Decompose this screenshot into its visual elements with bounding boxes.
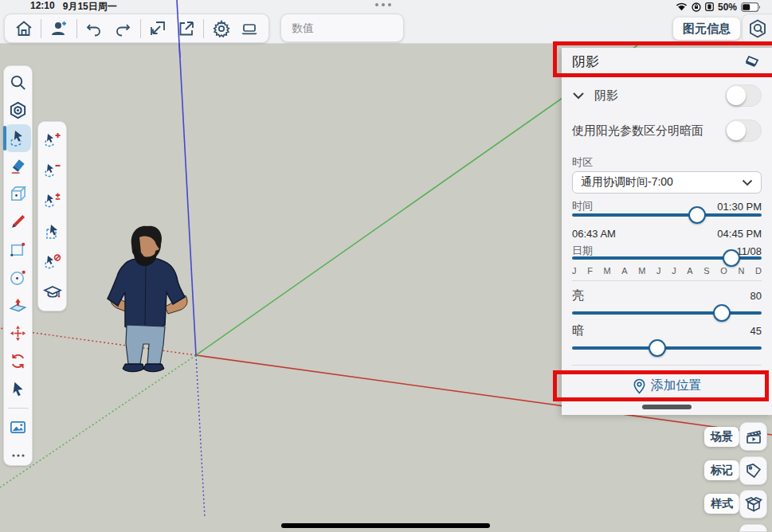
sun-params-toggle[interactable]: [725, 119, 762, 142]
date-slider[interactable]: [572, 249, 762, 267]
month-tick: M: [603, 266, 610, 276]
undo-button[interactable]: [80, 17, 108, 41]
home-button[interactable]: [10, 17, 37, 41]
lasso-deselect-button[interactable]: [39, 248, 65, 276]
push-pull-tool-button[interactable]: [5, 291, 31, 319]
lasso-subtract-icon: [43, 161, 62, 180]
lasso-select-tool-button[interactable]: [5, 124, 31, 152]
shadow-toggle[interactable]: [725, 84, 762, 107]
entity-info-icon: [747, 18, 768, 39]
settings-gear-icon: [212, 19, 231, 38]
zoom-tool-button[interactable]: [5, 68, 31, 96]
selection-flyout: [37, 121, 67, 311]
redo-button[interactable]: [108, 17, 136, 41]
month-tick: S: [703, 266, 709, 276]
panel-title: 阴影: [572, 53, 599, 71]
panel-drag-handle[interactable]: [642, 405, 692, 409]
lasso-deselect-icon: [43, 252, 62, 272]
battery-percent: 50%: [718, 2, 737, 13]
chevron-down-icon[interactable]: [572, 92, 585, 100]
entity-info-label: 图元信息: [673, 18, 740, 40]
toolbar-divider: [8, 408, 29, 409]
marquee-select-button[interactable]: [39, 217, 65, 245]
month-tick: D: [755, 266, 762, 276]
chevron-down-icon: [742, 179, 753, 186]
tool-palette: [3, 65, 33, 466]
lasso-select-icon: [9, 129, 28, 148]
select-tool-button[interactable]: [5, 375, 31, 403]
rotate-tool-button[interactable]: [5, 347, 31, 375]
import-button[interactable]: [143, 17, 171, 41]
dark-slider-knob[interactable]: [649, 339, 666, 357]
scale-figure-person[interactable]: [90, 224, 210, 374]
orientation-lock-icon: [692, 2, 701, 12]
eraser-tool-button[interactable]: [5, 152, 31, 180]
month-tick: A: [687, 266, 692, 276]
measurement-input[interactable]: [281, 14, 403, 41]
tags-button[interactable]: [739, 456, 767, 485]
sun-params-row: 使用阳光参数区分明暗面: [572, 119, 762, 142]
export-button[interactable]: [172, 17, 200, 41]
add-location-button[interactable]: 添加位置: [572, 370, 762, 401]
styles-label: 样式: [704, 494, 739, 514]
redo-icon: [113, 19, 132, 38]
search-icon: [9, 73, 27, 92]
lasso-toggle-button[interactable]: [39, 187, 65, 215]
styles-icon: [744, 495, 763, 514]
more-tools-button[interactable]: [5, 441, 31, 469]
move-tool-button[interactable]: [5, 319, 31, 347]
eraser-icon: [9, 157, 27, 175]
timezone-label: 时区: [572, 156, 593, 168]
laptop-icon: [240, 19, 259, 38]
device-button[interactable]: [236, 17, 264, 41]
month-tick: M: [638, 266, 645, 276]
styles-button[interactable]: [739, 490, 767, 518]
light-slider-knob[interactable]: [713, 304, 731, 322]
pencil-tool-button[interactable]: [5, 208, 31, 236]
home-indicator[interactable]: [281, 523, 490, 528]
shadows-panel: 阴影 阴影 使用阳光参数区分明暗面 时区 通用协调时间-7:00 时间 01:3…: [562, 48, 772, 415]
multitask-indicator-icon[interactable]: [375, 3, 391, 6]
month-tick: F: [587, 266, 593, 276]
timezone-dropdown[interactable]: 通用协调时间-7:00: [572, 171, 762, 194]
circle-tool-button[interactable]: [5, 264, 31, 291]
components-tool-button[interactable]: [5, 96, 31, 124]
add-collaborator-button[interactable]: [45, 17, 72, 41]
dark-slider[interactable]: [572, 339, 762, 357]
solid-tools-button[interactable]: [5, 180, 31, 208]
move-icon: [9, 324, 27, 342]
tag-icon: [744, 461, 763, 480]
location-pin-icon: [633, 378, 646, 394]
entity-info-button[interactable]: [742, 14, 772, 44]
month-tick: J: [672, 266, 676, 276]
divider: [572, 365, 762, 366]
timezone-value: 通用协调时间-7:00: [581, 175, 673, 190]
scenes-button[interactable]: [739, 422, 767, 451]
lasso-add-icon: [43, 131, 62, 150]
image-tool-button[interactable]: [5, 413, 31, 441]
status-square-icon: [705, 2, 714, 11]
lasso-toggle-icon: [43, 191, 62, 210]
measurement-box[interactable]: [280, 14, 404, 42]
shadows-icon: [743, 53, 762, 72]
add-location-label: 添加位置: [651, 377, 702, 394]
light-slider[interactable]: [572, 304, 762, 322]
sun-range-row: 06:43 AM 04:45 PM: [572, 228, 762, 240]
pencil-icon: [9, 213, 27, 231]
lasso-subtract-button[interactable]: [39, 157, 65, 185]
rotate-icon: [9, 352, 27, 370]
settings-button[interactable]: [207, 17, 235, 41]
marquee-select-icon: [43, 222, 62, 241]
tutorial-button[interactable]: [39, 278, 65, 306]
time-slider-knob[interactable]: [688, 206, 706, 224]
toolbar-divider: [76, 19, 77, 38]
import-icon: [148, 19, 167, 38]
shadow-toggle-label: 阴影: [594, 88, 618, 104]
time-slider[interactable]: [572, 206, 762, 224]
lasso-add-button[interactable]: [39, 127, 65, 155]
scenes-icon: [744, 427, 763, 446]
date-slider-knob[interactable]: [723, 249, 740, 267]
rectangle-tool-button[interactable]: [5, 236, 31, 264]
side-button-partial[interactable]: [739, 524, 767, 532]
cursor-icon: [10, 381, 27, 398]
